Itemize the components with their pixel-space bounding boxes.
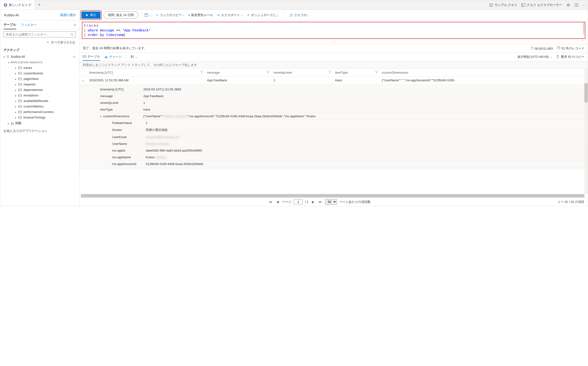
- run-button[interactable]: 実行: [81, 12, 101, 19]
- chevron-right-icon: [15, 105, 16, 108]
- chart-icon: [104, 55, 108, 59]
- redacted-name: Xxxxxxx Xxxxxxx: [142, 140, 588, 147]
- main-panel: traces | where message == "App Feedback"…: [79, 20, 588, 206]
- records-icon: [557, 46, 560, 49]
- filter-icon[interactable]: [375, 71, 378, 74]
- col-severity[interactable]: severityLevel: [271, 69, 333, 76]
- collapse-all-button[interactable]: すべて折りたたむ: [0, 39, 79, 46]
- pin-dashboard-button[interactable]: ダッシュボードに...: [246, 13, 279, 17]
- chevron-right-icon: [15, 66, 16, 69]
- table-row[interactable]: ⌄ 3/10/2020, 11:51:55.366 AM App Feedbac…: [79, 76, 588, 84]
- tree-leaf-customMetrics[interactable]: customMetrics: [12, 104, 76, 109]
- search-input[interactable]: [6, 33, 70, 36]
- first-page-button[interactable]: ⏮: [268, 200, 273, 204]
- tree-group[interactable]: APPLICATION INSIGHTS: [8, 60, 76, 65]
- results-tab-chart[interactable]: チャート: [104, 53, 122, 61]
- divider: [284, 12, 284, 18]
- svg-rect-8: [522, 4, 525, 7]
- svg-rect-14: [145, 14, 148, 16]
- save-button[interactable]: ...: [144, 13, 152, 17]
- scope-select-link[interactable]: 範囲の選択: [60, 13, 79, 17]
- chevron-down-icon[interactable]: [100, 114, 101, 118]
- next-page-button[interactable]: ▶: [311, 200, 315, 204]
- last-page-button[interactable]: ⏭: [318, 200, 323, 204]
- svg-rect-15: [146, 14, 147, 15]
- filter-icon[interactable]: [200, 71, 203, 74]
- table-icon: [18, 94, 22, 97]
- collapse-sidebar-icon[interactable]: «: [74, 23, 76, 27]
- scrollbar-horizontal[interactable]: [81, 194, 584, 197]
- sidebar-tab-tables[interactable]: テーブル: [4, 21, 16, 29]
- svg-point-1: [5, 4, 6, 6]
- status-text: 完了。過去 24 時間の結果を表示しています。: [83, 46, 147, 50]
- pin-icon: [246, 13, 250, 17]
- format-query-button[interactable]: クエリの...: [289, 13, 309, 17]
- query-explorer-button[interactable]: クエリ エクスプローラー: [521, 3, 562, 7]
- tree-leaf-exceptions[interactable]: exceptions: [12, 92, 76, 98]
- tab-bar: 新しいクエリ 1* + サンプル クエリ クエリ エクスプローラー ⌄: [0, 0, 588, 10]
- col-custom[interactable]: customDimensions: [379, 69, 588, 76]
- divider: [142, 12, 142, 18]
- gear-icon[interactable]: [566, 3, 570, 7]
- status-bar: 完了。過去 24 時間の結果を表示しています。 00:00:01.883 31 …: [79, 44, 588, 53]
- tree-leaf-requests[interactable]: requests: [12, 82, 76, 87]
- tree-leaf-traces[interactable]: traces: [12, 65, 76, 70]
- page-input[interactable]: [294, 199, 303, 204]
- sidebar-tab-filter[interactable]: フィルター: [21, 21, 37, 29]
- tab-label: 新しいクエリ 1*: [9, 3, 31, 7]
- book-icon[interactable]: [575, 3, 578, 7]
- cell-itemtype: trace: [333, 76, 379, 84]
- filter-icon[interactable]: [329, 71, 331, 74]
- tree-leaf-customEvents[interactable]: customEvents: [12, 70, 76, 76]
- time-range-picker[interactable]: 期間: 過去 24 日間: [103, 12, 138, 19]
- link-icon: [155, 13, 159, 17]
- svg-rect-30: [107, 57, 108, 58]
- tree-root[interactable]: Kudos-AI ☆: [4, 54, 76, 60]
- results-grid: timestamp [UTC] message severityLevel it…: [79, 69, 588, 194]
- chevron-down-icon[interactable]: ⌄: [583, 3, 585, 7]
- new-alert-button[interactable]: + 新規警告ルール: [188, 13, 213, 17]
- sample-queries-button[interactable]: サンプル クエリ: [489, 3, 517, 7]
- col-itemtype[interactable]: itemType: [333, 69, 379, 76]
- svg-rect-22: [8, 57, 8, 58]
- page-size-select[interactable]: 50: [325, 199, 337, 205]
- duration: 00:00:01.883: [530, 46, 553, 50]
- sidebar-search[interactable]: [4, 31, 76, 38]
- lightbulb-icon: [4, 3, 8, 7]
- results-tab-table[interactable]: テーブル: [83, 53, 100, 61]
- query-tab[interactable]: 新しいクエリ 1*: [0, 0, 35, 10]
- columns-dropdown[interactable]: 列 ⌄: [131, 53, 137, 61]
- query-editor[interactable]: traces | where message == "App Feedback"…: [82, 22, 585, 39]
- copy-link-button[interactable]: リンクのコピー ⌄: [155, 13, 185, 17]
- star-icon[interactable]: ☆: [73, 55, 76, 59]
- minimap[interactable]: [583, 23, 584, 34]
- svg-point-10: [567, 4, 570, 6]
- tree-leaf-availabilityResults[interactable]: availabilityResults: [12, 98, 76, 104]
- col-message[interactable]: message: [204, 69, 271, 76]
- tree-leaf-browserTimings[interactable]: browserTimings: [12, 115, 76, 120]
- group-by-hint[interactable]: 列見出しをここにドラッグ アンド ドロップして、その列ごとにグループ化します: [79, 61, 588, 69]
- tree-leaf-pageViews[interactable]: pageViews: [12, 76, 76, 82]
- copy-request-id-button[interactable]: 要求 ID のコピー: [556, 53, 584, 61]
- new-tab-button[interactable]: +: [35, 2, 43, 8]
- display-time-dropdown[interactable]: 表示時刻 (UTC+00:00) ⌄: [517, 53, 552, 61]
- scrollbar-thumb[interactable]: [584, 83, 588, 102]
- expand-results-icon[interactable]: ⌃: [581, 39, 584, 43]
- filter-icon[interactable]: [267, 71, 270, 74]
- table-icon: [18, 100, 22, 102]
- chevron-right-icon: [15, 83, 16, 86]
- search-icon: [70, 33, 74, 36]
- tree-leaf-dependencies[interactable]: dependencies: [12, 87, 76, 92]
- export-button[interactable]: エクスポート ⌄: [216, 13, 243, 17]
- col-timestamp[interactable]: timestamp [UTC]: [87, 69, 204, 76]
- col-expand: [79, 69, 87, 76]
- pager-range: 1 〜 31 / 31 の項目: [558, 200, 584, 204]
- prev-page-button[interactable]: ◀: [275, 200, 280, 204]
- expand-row-icon[interactable]: ⌄: [79, 76, 87, 84]
- tree-functions[interactable]: ƒx 関数: [8, 120, 76, 126]
- tree-leaf-performanceCounters[interactable]: performanceCounters: [12, 109, 76, 115]
- svg-rect-29: [106, 56, 107, 58]
- table-icon: [18, 116, 22, 119]
- chevron-right-icon: [15, 77, 16, 81]
- splitter[interactable]: ⋯ ⌃: [79, 39, 588, 44]
